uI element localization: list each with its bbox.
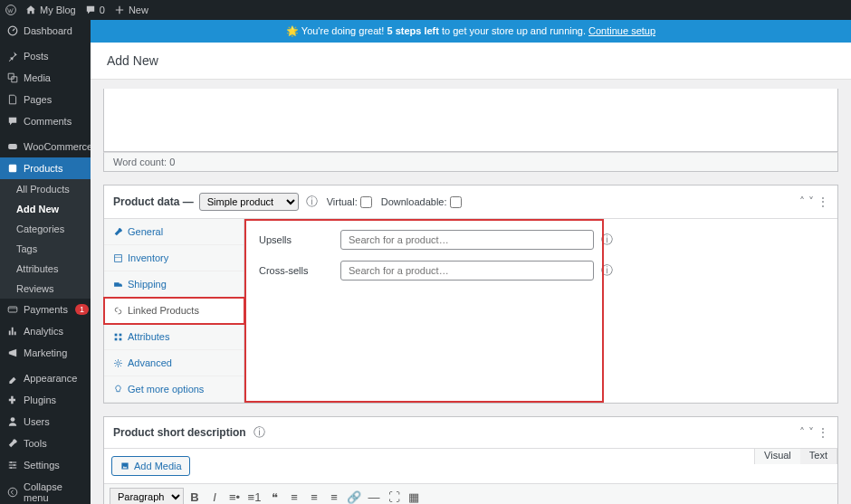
tab-general[interactable]: General [104,219,244,245]
more-button[interactable]: ― [365,488,383,504]
inventory-icon [113,253,123,263]
panel-up-toggle[interactable]: ˄ [799,195,805,208]
product-data-tabs: General Inventory Shipping Linked Produc… [104,219,244,403]
panel-up-toggle[interactable]: ˄ [799,426,805,439]
panel-menu-toggle[interactable]: ⋮ [818,426,828,439]
settings-icon [7,460,18,471]
products-submenu: All Products Add New Categories Tags Att… [0,179,91,299]
main-editor-body[interactable] [103,89,838,152]
toolbar-toggle-button[interactable]: ▦ [405,488,423,504]
attributes-icon [113,332,123,342]
help-icon[interactable]: ⓘ [601,232,613,248]
bold-button[interactable]: B [186,488,204,504]
product-type-select[interactable]: Simple product [199,193,299,211]
menu-comments[interactable]: Comments [0,110,91,132]
new-label: New [129,5,148,15]
comments-link[interactable]: 0 [85,5,105,15]
add-media-button[interactable]: Add Media [111,456,190,476]
menu-plugins[interactable]: Plugins [0,389,91,411]
help-icon[interactable]: ⓘ [601,262,613,279]
panel-down-toggle[interactable]: ˅ [808,426,814,439]
page-icon [7,94,18,105]
menu-settings[interactable]: Settings [0,454,91,476]
plugins-icon [7,395,18,405]
panel-menu-toggle[interactable]: ⋮ [818,195,828,208]
svg-rect-4 [8,307,17,312]
product-data-panel: Product data — Simple product ⓘ Virtual:… [103,185,838,404]
submenu-attributes[interactable]: Attributes [0,259,91,279]
upsells-input[interactable] [340,230,594,250]
menu-dashboard[interactable]: Dashboard [0,20,91,42]
svg-rect-14 [120,338,122,340]
marketing-icon [7,347,18,358]
wp-logo[interactable] [5,5,16,15]
svg-rect-3 [9,165,16,172]
new-content-link[interactable]: New [114,5,148,15]
menu-marketing[interactable]: Marketing [0,342,91,364]
setup-banner: 🌟 You're doing great! 5 steps left to ge… [91,20,851,43]
link-button[interactable]: 🔗 [345,488,363,504]
menu-collapse[interactable]: Collapse menu [0,476,91,504]
submenu-tags[interactable]: Tags [0,239,91,259]
tab-inventory[interactable]: Inventory [104,245,244,271]
text-tab[interactable]: Text [800,449,837,464]
svg-rect-10 [115,254,122,262]
menu-tools[interactable]: Tools [0,433,91,454]
admin-sidebar: Dashboard Posts Media Pages Comments Woo… [0,20,91,504]
menu-posts[interactable]: Posts [0,45,91,67]
submenu-add-new[interactable]: Add New [0,199,91,219]
payments-badge: 1 [75,304,89,315]
media-icon [7,72,18,83]
tab-get-more[interactable]: Get more options [104,376,244,403]
panel-down-toggle[interactable]: ˅ [808,195,814,208]
fullscreen-button[interactable]: ⛶ [385,488,403,504]
align-left-button[interactable]: ≡ [285,488,303,504]
submenu-categories[interactable]: Categories [0,219,91,239]
bullet-list-button[interactable]: ≡• [225,488,244,504]
svg-rect-12 [120,333,122,336]
upsells-label: Upsells [259,234,340,245]
menu-payments[interactable]: Payments1 [0,299,91,320]
svg-point-6 [10,461,12,463]
menu-products[interactable]: Products [0,157,91,179]
align-right-button[interactable]: ≡ [325,488,343,504]
tools-icon [7,438,18,449]
help-icon[interactable]: ⓘ [306,194,318,210]
menu-appearance[interactable]: Appearance [0,367,91,389]
tab-attributes[interactable]: Attributes [104,324,244,350]
downloadable-checkbox[interactable] [450,196,462,208]
numbered-list-button[interactable]: ≡1 [245,488,263,504]
dashboard-icon [7,25,18,36]
pin-icon [7,51,18,62]
payments-icon [7,304,18,315]
appearance-icon [7,373,18,384]
virtual-checkbox[interactable] [360,196,372,208]
italic-button[interactable]: I [206,488,224,504]
align-center-button[interactable]: ≡ [305,488,323,504]
plus-icon [114,5,125,15]
site-name-link[interactable]: My Blog [25,5,76,15]
menu-pages[interactable]: Pages [0,89,91,110]
truck-icon [113,280,123,290]
cross-sells-input[interactable] [340,261,594,281]
tab-advanced[interactable]: Advanced [104,350,244,376]
tab-linked-products[interactable]: Linked Products [104,298,244,324]
submenu-reviews[interactable]: Reviews [0,279,91,299]
format-select[interactable]: Paragraph [110,488,184,504]
submenu-all-products[interactable]: All Products [0,179,91,199]
menu-users[interactable]: Users [0,411,91,433]
svg-point-8 [10,467,12,469]
quote-button[interactable]: ❝ [265,488,283,504]
menu-media[interactable]: Media [0,67,91,89]
menu-woocommerce[interactable]: WooCommerce [0,136,91,157]
media-icon [120,461,130,471]
tab-shipping[interactable]: Shipping [104,271,244,298]
wrench-icon [113,227,123,237]
help-icon[interactable]: ⓘ [253,424,265,441]
svg-rect-13 [115,338,118,340]
continue-setup-link[interactable]: Continue setup [588,25,655,36]
menu-analytics[interactable]: Analytics [0,320,91,342]
editor-toolbar: Paragraph B I ≡• ≡1 ❝ ≡ ≡ ≡ 🔗 ― ⛶ ▦ [104,483,837,504]
svg-point-5 [11,417,15,422]
visual-tab[interactable]: Visual [755,449,800,464]
